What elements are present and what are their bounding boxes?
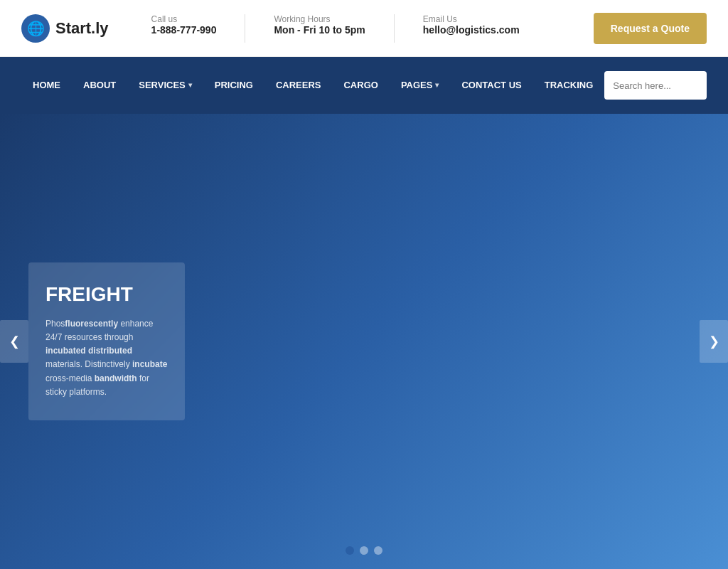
- pages-chevron: ▾: [435, 57, 439, 114]
- nav-item-contact[interactable]: CONTACT US: [450, 57, 532, 114]
- call-info: Call us 1-888-777-990: [151, 14, 217, 43]
- logo[interactable]: 🌐 Start.ly: [21, 14, 109, 43]
- divider-1: [245, 14, 245, 43]
- email-value: hello@logistics.com: [423, 24, 520, 36]
- hours-label: Working Hours: [274, 14, 365, 24]
- call-value: 1-888-777-990: [151, 24, 217, 36]
- slide-dot-1[interactable]: [346, 546, 354, 555]
- top-info: Call us 1-888-777-990 Working Hours Mon …: [151, 14, 594, 43]
- nav-bar: HOME ABOUT SERVICES ▾ PRICING CAREERS CA…: [0, 57, 728, 114]
- nav-item-about[interactable]: ABOUT: [72, 57, 127, 114]
- nav-item-pages[interactable]: PAGES ▾: [390, 57, 451, 114]
- slide-card: FREIGHT Phosfluorescently enhance 24/7 r…: [28, 262, 185, 420]
- nav-item-pricing[interactable]: PRICING: [203, 57, 264, 114]
- nav-links: HOME ABOUT SERVICES ▾ PRICING CAREERS CA…: [21, 57, 604, 114]
- call-label: Call us: [151, 14, 217, 24]
- right-arrow-icon: ❯: [709, 334, 719, 349]
- search-area: 🔍: [604, 71, 707, 100]
- request-quote-button[interactable]: Request a Quote: [594, 13, 707, 44]
- nav-item-careers[interactable]: CAREERS: [264, 57, 333, 114]
- slide-text: Phosfluorescently enhance 24/7 resources…: [46, 317, 168, 399]
- search-input[interactable]: [604, 80, 707, 91]
- slide-dot-3[interactable]: [374, 546, 382, 555]
- email-info: Email Us hello@logistics.com: [423, 14, 520, 43]
- nav-item-home[interactable]: HOME: [21, 57, 72, 114]
- email-label: Email Us: [423, 14, 520, 24]
- slide-dot-2[interactable]: [360, 546, 368, 555]
- hours-info: Working Hours Mon - Fri 10 to 5pm: [274, 14, 365, 43]
- nav-item-tracking[interactable]: TRACKING: [533, 57, 605, 114]
- hero-section: ❮ FREIGHT Phosfluorescently enhance 24/7…: [0, 114, 728, 569]
- hours-value: Mon - Fri 10 to 5pm: [274, 24, 365, 36]
- services-chevron: ▾: [188, 57, 192, 114]
- left-arrow-icon: ❮: [9, 334, 20, 349]
- logo-icon: 🌐: [21, 14, 50, 43]
- slide-dots: [346, 546, 382, 555]
- slide-title: FREIGHT: [46, 284, 168, 306]
- divider-2: [394, 14, 395, 43]
- nav-item-services[interactable]: SERVICES ▾: [127, 57, 203, 114]
- next-slide-button[interactable]: ❯: [700, 320, 728, 363]
- logo-text: Start.ly: [55, 19, 109, 38]
- nav-item-cargo[interactable]: CARGO: [332, 57, 389, 114]
- top-bar: 🌐 Start.ly Call us 1-888-777-990 Working…: [0, 0, 728, 57]
- prev-slide-button[interactable]: ❮: [0, 320, 28, 363]
